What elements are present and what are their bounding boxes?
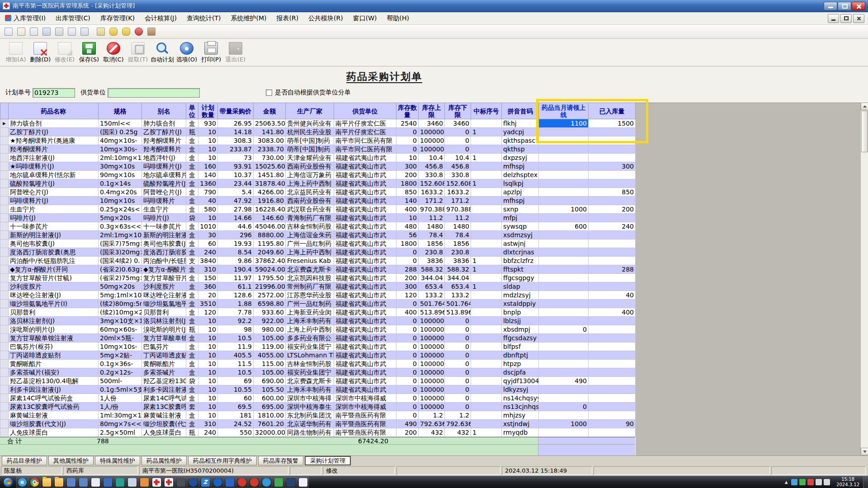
cell-alias[interactable]: 溴吡斯的明片(J) [142,325,186,334]
cell-supplier[interactable]: 福建省武夷山市武 [334,162,396,171]
cell-stock-upper-limit[interactable]: 11.2 [419,214,445,222]
cell-bid-serial[interactable] [471,136,502,145]
cell-stock-qty[interactable]: 400 [396,205,419,214]
cell-unit[interactable]: 盒 [186,179,198,188]
cell-manufacturer[interactable]: 常州制药厂有限 [286,282,334,291]
cell-pinyin-code[interactable]: bnplp [502,308,539,317]
cell-stock-upper-limit[interactable]: 3836 [419,257,445,265]
cell-pinyin-code[interactable]: fftspkt [502,265,539,274]
menu-item-10[interactable]: 帮助(H) [382,12,414,24]
cell-plan-qty[interactable]: 10 [198,394,218,403]
cell-unit[interactable]: 盒 [186,145,198,154]
cell-pinyin-code[interactable]: rmyqdb [502,428,539,437]
cell-monthly-request-limit[interactable] [539,308,589,317]
cell-manufacturer[interactable]: 青海制药厂有限 [286,214,334,222]
cell-stock-lower-limit[interactable]: 970.388 [445,205,471,214]
cell-spec[interactable]: 80mg×7s<<+ [99,420,142,428]
taskbar-chrome-icon[interactable] [28,477,40,488]
cell-stock-lower-limit[interactable]: 78.4 [445,231,471,239]
cell-amount[interactable]: 119.00 [254,343,286,351]
cell-stock-upper-limit[interactable]: 1000000 [419,394,445,403]
cell-stock-qty[interactable]: 56 [396,231,419,239]
cell-stock-lower-limit[interactable]: 501.764 [445,300,471,308]
cell-amount[interactable]: 7601.20 [254,420,286,428]
cell-spec[interactable]: 2.5g×50ml [99,428,142,437]
cell-spec[interactable]: 5mg×2贴- [99,351,142,360]
cell-stock-lower-limit[interactable]: 11.2 [445,214,471,222]
cell-unit[interactable]: 盒 [186,317,198,325]
cell-supplier[interactable]: 南平暨燕医药有限 [334,411,396,420]
cell-stock-qty[interactable]: 0 [396,300,419,308]
taskbar-z-app-icon[interactable]: Z [199,477,211,488]
cell-volume-purchase-price[interactable]: 60 [218,394,254,403]
col-header-spec[interactable]: 规格 [99,103,142,119]
cell-stock-qty[interactable]: 140 [396,197,419,205]
cell-stock-upper-limit[interactable]: 1000000 [419,136,445,145]
cell-spec[interactable]: 2ml:10mg×10支 [99,154,142,162]
mdi-close-button[interactable] [853,14,864,23]
cell-monthly-request-limit[interactable] [539,197,589,205]
save-button[interactable]: 保存(S) [77,40,101,64]
cell-stock-upper-limit[interactable]: 1000000 [419,325,445,334]
cell-monthly-request-limit[interactable] [539,411,589,420]
cell-stock-lower-limit[interactable]: 0 [445,334,471,343]
cell-spec[interactable]: 5mg:1ml×10支 [99,291,142,300]
cell-received-qty[interactable] [589,282,636,291]
cell-unit[interactable]: 盒 [186,274,198,282]
cell-stock-qty[interactable]: 288 [396,265,419,274]
cell-bid-serial[interactable] [471,385,502,394]
cell-manufacturer[interactable]: 北京凯因科技股 [286,274,334,282]
cell-plan-qty[interactable]: 10 [198,154,218,162]
cell-drug-name[interactable]: ★吗啡缓释片(J) [9,162,99,171]
cell-spec[interactable]: 0.1g×36s- [99,360,142,368]
cell-received-qty[interactable] [589,214,636,222]
cell-stock-upper-limit[interactable]: 1000000 [419,377,445,385]
cell-stock-lower-limit[interactable]: 1480 [445,222,471,231]
cell-received-qty[interactable]: 850 [589,188,636,197]
cell-stock-upper-limit[interactable]: 1000000 [419,145,445,154]
cell-amount[interactable]: 32000.00 [254,428,286,437]
cell-unit[interactable]: 盒 [186,205,198,214]
cell-plan-qty[interactable]: 20 [198,291,218,300]
cell-stock-lower-limit[interactable]: 0 [445,317,471,325]
cell-stock-upper-limit[interactable]: 10.4 [419,154,445,162]
cell-stock-upper-limit[interactable]: 653.4 [419,282,445,291]
cell-spec[interactable]: 0.2g×12s- [99,368,142,377]
cell-supplier[interactable]: 福建省武夷山市武 [334,188,396,197]
cell-received-qty[interactable] [589,325,636,334]
cell-spec[interactable]: 20ml×5瓶- [99,334,142,343]
cell-volume-purchase-price[interactable]: 73 [218,154,254,162]
cell-unit[interactable]: 盒 [186,368,198,377]
cell-supplier[interactable]: 南平市同仁医药有限 [334,145,396,154]
cell-received-qty[interactable] [589,368,636,377]
cell-received-qty[interactable] [589,351,636,360]
taskbar-medical1-icon[interactable] [151,477,162,488]
key2-icon[interactable] [120,26,132,38]
cell-stock-qty[interactable]: 0 [396,128,419,136]
cell-monthly-request-limit[interactable] [539,265,589,274]
col-header-supplier[interactable]: 供货单位 [334,103,396,119]
cell-volume-purchase-price[interactable]: 11.5 [218,360,254,368]
cell-volume-purchase-price[interactable]: 181 [218,411,254,420]
cell-pinyin-code[interactable]: flkhj [502,119,539,128]
cell-stock-upper-limit[interactable]: 152.608 [419,179,445,188]
cell-plan-qty[interactable]: 10 [198,385,218,394]
cell-spec[interactable]: 50mg×20s [99,282,142,291]
cell-supplier[interactable]: 福建省武夷山市武 [334,334,396,343]
cell-unit[interactable]: 袋 [186,214,198,222]
cell-spec[interactable]: 2ml:1mg×10支 [99,231,142,239]
cell-manufacturer[interactable]: 上海信谊万象药 [286,171,334,179]
cell-received-qty[interactable] [589,179,636,188]
cell-bid-serial[interactable]: 1 [471,154,502,162]
cell-stock-upper-limit[interactable]: 78.4 [419,231,445,239]
cell-spec[interactable]: (国采3)20mg×2 [99,248,142,257]
cell-stock-qty[interactable]: 0 [396,334,419,343]
cell-pinyin-code[interactable]: apzlpj [502,188,539,197]
cell-amount[interactable]: 59024.00 [254,265,286,274]
cell-drug-name[interactable]: 人免疫球蛋白 [9,428,99,437]
cell-monthly-request-limit[interactable] [539,282,589,291]
cell-unit[interactable]: 盒 [186,171,198,179]
cell-volume-purchase-price[interactable]: 23.44 [218,179,254,188]
cell-stock-upper-limit[interactable]: 513.896 [419,308,445,317]
cell-volume-purchase-price[interactable]: 1.88 [218,300,254,308]
